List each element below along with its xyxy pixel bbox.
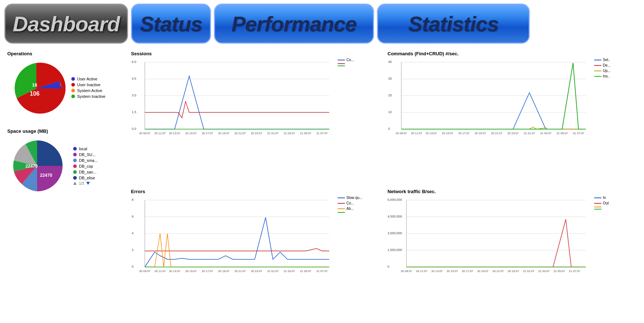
svg-text:21 01:07: 21 01:07 (267, 270, 279, 273)
bottom-charts-row: Errors 8 6 4 2 0 (131, 189, 637, 319)
pagination-up-arrow[interactable] (73, 182, 77, 185)
svg-text:6: 6 (132, 215, 134, 218)
legend-local: local (73, 147, 98, 151)
svg-text:21 01:07: 21 01:07 (267, 132, 279, 135)
commands-chart-container: Commands (Find+CRUD) #/sec. 40 30 20 10 … (387, 51, 637, 182)
svg-text:4: 4 (132, 231, 134, 235)
svg-text:20 09:07: 20 09:07 (395, 132, 407, 135)
svg-text:20 15:07: 20 15:07 (446, 270, 458, 273)
svg-text:21 03:07: 21 03:07 (538, 270, 550, 273)
commands-chart-wrapper: 40 30 20 10 0 (387, 58, 637, 138)
legend-db-sma: DB_sma... (73, 158, 98, 163)
svg-text:1.5: 1.5 (132, 110, 136, 114)
svg-text:20 15:07: 20 15:07 (185, 132, 197, 135)
svg-text:6,000,000: 6,000,000 (387, 198, 402, 202)
svg-text:20 09:07: 20 09:07 (139, 132, 151, 135)
commands-chart-title: Commands (Find+CRUD) #/sec. (387, 51, 637, 56)
space-usage-pagination: 1/3 (73, 182, 98, 186)
svg-text:0: 0 (388, 127, 390, 131)
svg-text:20 21:07: 20 21:07 (234, 270, 246, 273)
space-usage-legend: local DB_SU... DB_sma... DB_csp (73, 147, 98, 186)
svg-text:20 19:07: 20 19:07 (218, 132, 230, 135)
svg-text:20 19:07: 20 19:07 (477, 270, 489, 273)
legend-db-san: DB_san... (73, 170, 98, 174)
sessions-legend-co: Co... (338, 58, 354, 62)
charts-panel: Sessions 6.0 4.5 3.0 1.5 0.0 (131, 51, 637, 319)
pagination-down-arrow[interactable] (86, 182, 90, 185)
sessions-chart-wrapper: 6.0 4.5 3.0 1.5 0.0 (131, 58, 380, 138)
commands-legend-ins: Ins.. (594, 74, 611, 78)
svg-text:21 03:07: 21 03:07 (540, 132, 552, 135)
network-legend-green (594, 209, 609, 210)
performance-button[interactable]: Performance (214, 4, 374, 44)
operations-pie-section: 16 106 User Active User Inactive (7, 59, 124, 117)
commands-svg: 40 30 20 10 0 (387, 58, 591, 138)
svg-text:20 11:07: 20 11:07 (154, 132, 166, 135)
svg-text:20 21:07: 20 21:07 (492, 270, 504, 273)
operations-title: Operations (7, 51, 124, 56)
space-usage-title: Space usage (MB) (7, 128, 124, 134)
dashboard-button[interactable]: Dashboard (4, 4, 128, 44)
svg-text:21 05:07: 21 05:07 (553, 270, 565, 273)
svg-text:8: 8 (132, 198, 134, 202)
svg-text:0: 0 (387, 265, 389, 268)
commands-legend: Sel.. De... Up... Ins.. (594, 58, 611, 78)
svg-text:21 07:07: 21 07:07 (573, 132, 584, 135)
svg-text:20 23:07: 20 23:07 (508, 270, 519, 273)
legend-system-active: System Active (71, 88, 106, 93)
operations-pie-chart: 16 106 (7, 59, 65, 117)
pagination-text: 1/3 (79, 182, 84, 186)
space-usage-pie-section: 22470 22470 local DB_SU... DB_sma (7, 137, 124, 195)
legend-db-su: DB_SU... (73, 152, 98, 157)
space-label-22470b: 22470 (40, 173, 52, 178)
ops-label-16: 16 (32, 82, 37, 88)
space-label-22470a: 22470 (25, 164, 38, 169)
sessions-chart-container: Sessions 6.0 4.5 3.0 1.5 0.0 (131, 51, 380, 182)
legend-user-inactive: User Inactive (71, 83, 106, 87)
svg-text:20 09:07: 20 09:07 (401, 270, 412, 273)
svg-text:20 19:07: 20 19:07 (474, 132, 486, 135)
svg-text:21 05:07: 21 05:07 (300, 132, 311, 135)
svg-text:20 15:07: 20 15:07 (442, 132, 453, 135)
svg-text:2: 2 (132, 248, 134, 252)
svg-text:20 23:07: 20 23:07 (507, 132, 519, 135)
statistics-button[interactable]: Statistics (377, 4, 530, 44)
commands-legend-up: Up... (594, 69, 611, 73)
svg-text:20 17:07: 20 17:07 (202, 132, 213, 135)
svg-text:20 23:07: 20 23:07 (251, 270, 262, 273)
top-charts-row: Sessions 6.0 4.5 3.0 1.5 0.0 (131, 51, 637, 182)
sessions-legend-green (338, 65, 354, 66)
legend-system-inactive: System Inactive (71, 94, 106, 99)
svg-text:21 01:07: 21 01:07 (524, 132, 535, 135)
space-usage-pie-chart: 22470 22470 (7, 137, 67, 195)
svg-text:20 21:07: 20 21:07 (491, 132, 502, 135)
svg-text:0: 0 (132, 265, 134, 268)
commands-legend-sel: Sel.. (594, 58, 611, 62)
svg-text:20 11:07: 20 11:07 (154, 270, 166, 273)
ops-label-106: 106 (30, 91, 40, 97)
network-legend-in: In (594, 196, 609, 200)
errors-legend-ab: Ab... (338, 207, 362, 211)
errors-legend-green (338, 212, 362, 213)
svg-text:21 03:07: 21 03:07 (283, 132, 295, 135)
svg-text:20 09:07: 20 09:07 (139, 270, 151, 273)
svg-text:20 19:07: 20 19:07 (218, 270, 230, 273)
status-button[interactable]: Status (131, 4, 211, 44)
svg-text:21 03:07: 21 03:07 (283, 270, 295, 273)
svg-text:3.0: 3.0 (132, 93, 136, 97)
errors-chart-container: Errors 8 6 4 2 0 (131, 189, 380, 319)
space-usage-section: Space usage (MB) 22470 22470 (7, 128, 124, 195)
sessions-chart-title: Sessions (131, 51, 380, 56)
svg-text:21 07:07: 21 07:07 (316, 270, 328, 273)
legend-user-active: User Active (71, 77, 106, 81)
errors-legend-slow: Slow qu... (338, 196, 362, 200)
svg-text:40: 40 (388, 60, 392, 64)
errors-chart-wrapper: 8 6 4 2 0 (131, 196, 380, 276)
sessions-svg: 6.0 4.5 3.0 1.5 0.0 (131, 58, 335, 138)
svg-text:21 05:07: 21 05:07 (300, 270, 311, 273)
svg-text:20 13:07: 20 13:07 (169, 270, 180, 273)
errors-svg: 8 6 4 2 0 (131, 196, 335, 276)
network-chart-wrapper: 6,000,000 4,500,000 3,000,000 1,500,000 … (387, 196, 637, 276)
operations-section: Operations 16 106 (7, 51, 124, 117)
svg-text:20 17:07: 20 17:07 (202, 270, 213, 273)
